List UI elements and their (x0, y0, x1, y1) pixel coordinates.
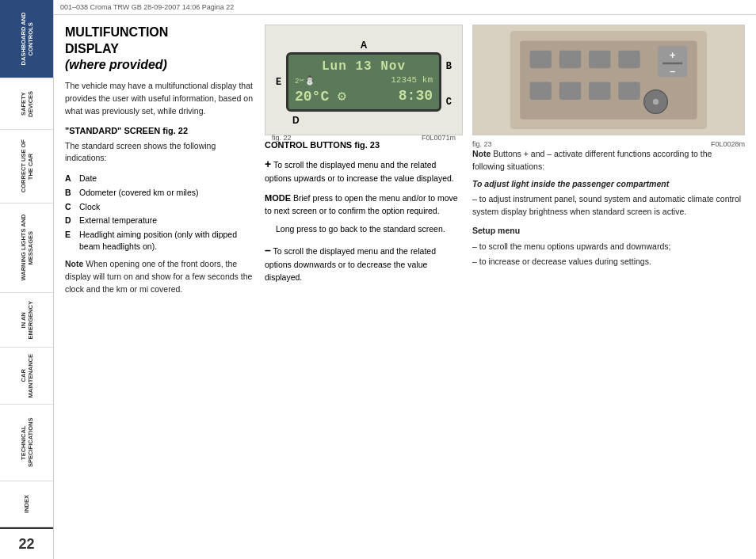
list-letter-e: E (65, 229, 76, 252)
display-label-e: E (276, 77, 281, 88)
sidebar-item-correct-use[interactable]: CORRECT USE OF THE CAR (0, 130, 53, 203)
sidebar-item-label: WARNING LIGHTS AND MESSAGES (20, 210, 34, 285)
display-line2-left: 2✂⛄ (295, 75, 315, 86)
fig23-figure: + – (472, 25, 745, 135)
sidebar-item-safety[interactable]: SAFETY DEVICES (0, 78, 53, 130)
setup-text1: – to scroll the menu options upwards and… (472, 241, 745, 253)
list-letter-d: D (65, 215, 76, 226)
svg-point-15 (653, 99, 659, 105)
fig23-caption: fig. 23 F0L0028m (472, 140, 745, 148)
plus-entry: + To scroll the displayed menu and the r… (265, 156, 463, 185)
svg-rect-4 (589, 51, 610, 68)
adjust-heading: To adjust light inside the passenger com… (472, 178, 745, 191)
list-item: A Date (65, 173, 255, 184)
fig22-code: F0L0071m (422, 134, 456, 142)
svg-rect-10 (530, 82, 552, 99)
display-label-c: C (446, 97, 452, 108)
sidebar-item-index[interactable]: INDEX (0, 481, 53, 527)
top-bar-text: 001–038 Croma TRW GB 28-09-2007 14:06 Pa… (60, 3, 234, 11)
right-column: + – fig. 23 F0L0028m (472, 25, 745, 549)
display-screen: Lun 13 Nov 2✂⛄ 12345 km 20°C ⚙ 8:30 (286, 52, 441, 112)
list-text-d: External temperature (79, 215, 157, 226)
svg-text:+: + (670, 50, 675, 61)
list-letter-b: B (65, 187, 76, 199)
list-item: B Odometer (covered km or miles) (65, 187, 255, 199)
note-right-text: Buttons + and – activate different funct… (472, 149, 712, 171)
sidebar-item-label: TECHNICAL SPECIFICATIONS (20, 411, 34, 474)
svg-text:–: – (670, 66, 675, 77)
main-content: 001–038 Croma TRW GB 28-09-2007 14:06 Pa… (54, 0, 756, 559)
mode-text2-entry: Long press to go back to the standard sc… (276, 223, 463, 236)
sidebar-item-emergency[interactable]: IN AN EMERGENCY (0, 293, 53, 348)
fig22-label: fig. 22 (272, 134, 292, 142)
plus-symbol: + (265, 158, 271, 170)
mode-text2: Long press to go back to the standard sc… (276, 224, 445, 234)
display-line1: Lun 13 Nov (295, 59, 433, 74)
panel-svg: + – (487, 31, 731, 129)
intro-text: The vehicle may have a multifunctional d… (65, 80, 255, 117)
fig23-code: F0L0028m (711, 140, 745, 148)
svg-rect-3 (559, 51, 581, 68)
list-text-a: Date (79, 173, 97, 184)
display-temp: 20°C ⚙ (295, 87, 346, 105)
svg-rect-5 (618, 51, 640, 68)
note-text: Note When opening one of the front doors… (65, 258, 255, 295)
sidebar-item-technical[interactable]: TECHNICAL SPECIFICATIONS (0, 405, 53, 481)
list-item: D External temperature (65, 215, 255, 226)
sidebar-item-label: CAR MAINTENANCE (20, 354, 34, 397)
minus-symbol: – (265, 244, 271, 257)
sidebar-item-maintenance[interactable]: CAR MAINTENANCE (0, 348, 53, 405)
mode-entry: MODE Brief press to open the menu and/or… (265, 192, 463, 218)
svg-rect-11 (559, 82, 581, 99)
display-time: 8:30 (399, 88, 433, 104)
top-bar: 001–038 Croma TRW GB 28-09-2007 14:06 Pa… (54, 0, 756, 15)
sidebar-item-label: SAFETY DEVICES (20, 85, 34, 123)
setup-heading: Setup menu (472, 225, 745, 238)
minus-entry: – To scroll the displayed menu and the r… (265, 242, 463, 284)
sidebar-item-warning[interactable]: WARNING LIGHTS AND MESSAGES (0, 203, 53, 292)
svg-rect-8 (662, 63, 682, 64)
adjust-text: – to adjust instrument panel, sound syst… (472, 193, 745, 219)
content-area: MULTIFUNCTION DISPLAY (where provided) T… (54, 15, 756, 559)
page-number-box: 22 (0, 527, 53, 559)
list-text-e: Headlight aiming position (only with dip… (79, 229, 255, 252)
list-item: E Headlight aiming position (only with d… (65, 229, 255, 252)
sidebar-item-label: IN AN EMERGENCY (20, 299, 34, 340)
list-letter-c: C (65, 201, 76, 213)
fig23-label: fig. 23 (472, 140, 492, 148)
left-column: MULTIFUNCTION DISPLAY (where provided) T… (65, 25, 255, 549)
mode-text1: Brief press to open the menu and/or to m… (265, 193, 458, 215)
svg-rect-13 (618, 82, 640, 99)
section-subtitle: (where provided) (65, 58, 255, 72)
display-label-b: B (446, 61, 452, 72)
middle-column: A Lun 13 Nov 2✂⛄ 12345 km 20°C ⚙ (265, 25, 463, 549)
mode-symbol: MODE (265, 193, 291, 203)
sidebar-item-dashboard[interactable]: DASHBOARD AND CONTROLS (0, 0, 53, 78)
fig22-caption: fig. 22 F0L0071m (272, 134, 456, 142)
fig22-figure: A Lun 13 Nov 2✂⛄ 12345 km 20°C ⚙ (265, 25, 463, 135)
svg-rect-12 (589, 82, 610, 99)
standard-heading: "STANDARD" SCREEN fig. 22 (65, 126, 255, 135)
display-label-d: D (292, 115, 300, 126)
note-right: Note Buttons + and – activate different … (472, 148, 745, 268)
list-item: C Clock (65, 201, 255, 213)
standard-text: The standard screen shows the following … (65, 140, 255, 165)
list-text-c: Clock (79, 201, 100, 213)
minus-text: To scroll the displayed menu and the rel… (265, 246, 436, 282)
list-letter-a: A (65, 173, 76, 184)
section-title2: DISPLAY (65, 41, 255, 56)
sidebar: DASHBOARD AND CONTROLS SAFETY DEVICES CO… (0, 0, 54, 559)
display-label-a: A (286, 40, 441, 51)
list-text-b: Odometer (covered km or miles) (79, 187, 199, 199)
sidebar-item-label: DASHBOARD AND CONTROLS (20, 6, 34, 71)
section-title: MULTIFUNCTION (65, 25, 255, 40)
note-bold: Note (65, 259, 83, 268)
sidebar-item-label: CORRECT USE OF THE CAR (20, 136, 34, 196)
display-line2-right: 12345 km (391, 75, 433, 86)
display-line3: 20°C ⚙ 8:30 (295, 87, 433, 105)
note-right-bold: Note (472, 149, 491, 158)
page-number: 22 (18, 536, 34, 553)
note-body: When opening one of the front doors, the… (65, 259, 252, 294)
svg-rect-2 (530, 51, 552, 68)
sidebar-item-label: INDEX (23, 495, 30, 513)
